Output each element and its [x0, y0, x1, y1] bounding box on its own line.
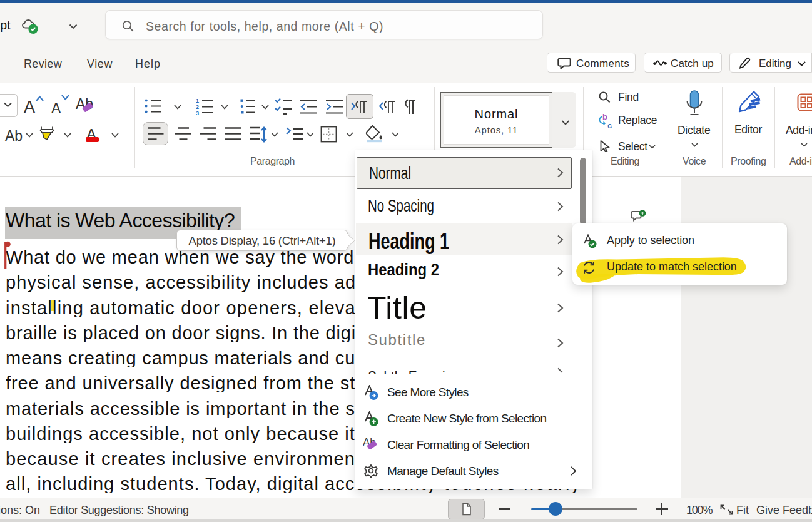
svg-text:b: b: [602, 113, 607, 121]
svg-text:c: c: [607, 121, 612, 129]
svg-text:3: 3: [196, 110, 199, 115]
svg-text:1: 1: [196, 98, 199, 104]
svg-text:2: 2: [196, 104, 199, 110]
